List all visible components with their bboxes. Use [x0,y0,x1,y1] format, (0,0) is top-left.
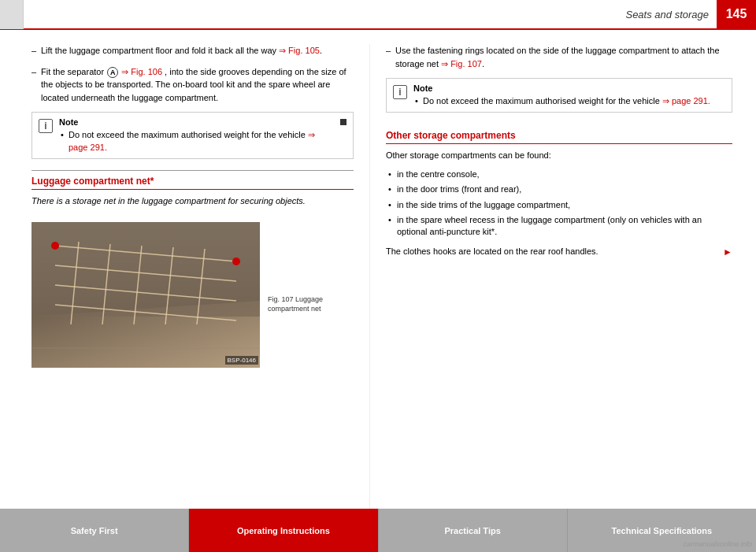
header-left-decoration [0,0,24,29]
dot-item-3: in the side trims of the luggage compart… [386,199,732,211]
dot-text-4: in the spare wheel recess in the luggage… [397,215,702,236]
footer-safety-first-label: Safety First [71,526,118,535]
figure-label: Fig. 107 Luggage compartment net [268,295,323,313]
note-link-right[interactable]: ⇒ page 291. [662,96,710,106]
other-storage-heading: Other storage compartments [386,130,732,144]
section-divider [32,170,354,171]
note-bullet-right: Do not exceed the maximum authorised wei… [413,95,725,107]
luggage-net-heading: Luggage compartment net* [32,176,354,190]
note-box-left: i Note Do not exceed the maximum authori… [32,112,354,159]
bullet-item-1: Lift the luggage compartment floor and f… [32,44,354,57]
bullet-text-1: Lift the luggage compartment floor and f… [41,46,279,55]
page-number: 145 [717,0,756,29]
note-title-right: Note [413,83,725,93]
closing-text-container: The clothes hooks are located on the rea… [386,245,732,258]
note-icon-right: i [393,85,407,99]
dot-list: in the centre console, in the door trims… [386,169,732,239]
dot-item-4: in the spare wheel recess in the luggage… [386,214,732,239]
dot-text-2: in the door trims (front and rear), [397,184,521,194]
header-bar: Seats and storage 145 [0,0,756,30]
bullet-text-2a: Fit the separator [41,67,106,76]
footer-operating-instructions[interactable]: Operating Instructions [189,509,378,552]
other-storage-intro: Other storage compartments can be found: [386,149,732,162]
bullet-item-2: Fit the separator A ⇒ Fig. 106 , into th… [32,65,354,105]
footer-bar: Safety First Operating Instructions Prac… [0,509,756,552]
svg-point-12 [51,242,59,250]
right-column: Use the fastening rings located on the s… [370,44,756,509]
note-box-right: i Note Do not exceed the maximum authori… [386,78,732,113]
dot-text-3: in the side trims of the luggage compart… [397,200,570,209]
svg-rect-2 [32,222,260,317]
fig-105-link[interactable]: ⇒ Fig. 105 [279,46,320,55]
note-content-left: Note Do not exceed the maximum authorise… [59,117,334,154]
note-bullet-left: Do not exceed the maximum authorised wei… [59,129,334,154]
footer-technical-specifications-label: Technical Specifications [612,526,713,535]
figure-107-image: BSP-0146 [32,222,260,368]
footer-operating-instructions-label: Operating Instructions [237,526,330,535]
dot-text-1: in the centre console, [397,169,480,179]
fig-107-link[interactable]: ⇒ Fig. 107 [441,59,482,69]
main-content: Lift the luggage compartment floor and f… [0,30,756,509]
section-title: Seats and storage [625,9,717,20]
footer-practical-tips[interactable]: Practical Tips [379,509,568,552]
closing-text: The clothes hooks are located on the rea… [386,246,598,256]
right-arrow-icon: ► [723,245,732,259]
note-content-right: Note Do not exceed the maximum authorise… [413,83,725,107]
watermark: carmanualsonline.info [683,540,752,548]
svg-point-13 [232,257,240,265]
note-text-left: Do not exceed the maximum authorised wei… [69,130,308,139]
image-code: BSP-0146 [225,356,258,365]
footer-practical-tips-label: Practical Tips [444,526,500,535]
footer-safety-first[interactable]: Safety First [0,509,189,552]
left-column: Lift the luggage compartment floor and f… [0,44,370,509]
circle-a-marker: A [107,67,118,78]
note-text-right: Do not exceed the maximum authorised wei… [423,96,662,106]
dot-item-1: in the centre console, [386,169,732,180]
note-icon: i [39,119,53,133]
bullet-item-right-1: Use the fastening rings located on the s… [386,44,732,70]
luggage-net-intro: There is a storage net in the luggage co… [32,194,354,208]
image-placeholder: BSP-0146 [32,222,260,368]
note-title-left: Note [59,117,334,127]
dot-item-2: in the door trims (front and rear), [386,183,732,195]
trunk-svg [32,222,260,368]
figure-container: BSP-0146 Fig. 107 Luggage compartment ne… [32,216,354,374]
section-end-marker-left [340,119,346,125]
fig-106-link[interactable]: ⇒ Fig. 106 [121,67,162,76]
figure-caption: Fig. 107 Luggage compartment net [268,295,339,314]
